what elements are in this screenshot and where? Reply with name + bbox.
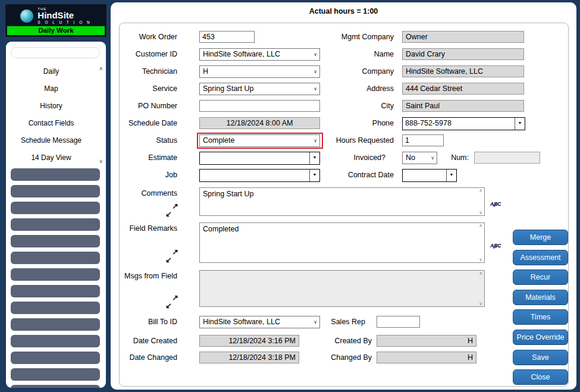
technician-value: H [203,67,208,76]
dropdown-arrow-icon[interactable]: ▼ [515,118,525,130]
field-remarks-spellcheck-icon[interactable]: ABC ✔ [490,239,506,251]
daily-work-banner: Daily Work [7,26,105,35]
app-window: THE HindSite S O L U T I O N Daily Work … [0,0,580,392]
field-remarks-text: Completed [200,223,484,233]
scroll-down-icon[interactable]: ∨ [99,158,103,164]
arrow-sw-icon: ↙ [165,255,172,264]
save-button[interactable]: Save [513,350,568,365]
arrow-sw-icon: ↙ [165,301,172,310]
scroll-down-icon[interactable]: ∨ [479,301,482,306]
scroll-up-icon[interactable]: ∧ [99,65,103,71]
field-remarks-expand-icon[interactable]: ↗ ↙ [165,249,178,262]
bill-to-id-select[interactable]: HindSite Software, LLC ∨ [199,316,320,328]
bill-to-id-label: Bill To ID [114,316,177,328]
name-field: David Crary [402,48,524,60]
customer-id-select[interactable]: HindSite Software, LLC ∨ [199,48,320,61]
mgmt-company-label: Mgmt Company [328,31,394,43]
materials-button[interactable]: Materials [513,290,568,305]
sidebar-item-14-day-view[interactable]: 14 Day View [6,149,96,167]
estimate-label: Estimate [114,152,177,164]
comments-expand-icon[interactable]: ↗ ↙ [165,203,178,217]
msgs-from-field-label: Msgs from Field [114,270,177,283]
sidebar-disabled-item [11,352,100,364]
address-label: Address [328,83,394,95]
service-select[interactable]: Spring Start Up ∨ [199,83,320,95]
scroll-up-icon[interactable]: ∧ [479,188,482,193]
sidebar-disabled-item [11,335,100,347]
close-button[interactable]: Close [513,369,568,385]
work-order-input[interactable] [199,31,255,43]
comments-text: Spring Start Up [200,188,484,198]
price-override-button[interactable]: Price Override [513,330,568,345]
sidebar-item-map[interactable]: Map [6,80,96,98]
merge-button[interactable]: Merge [513,230,568,245]
scroll-up-icon[interactable]: ∧ [479,223,482,228]
technician-select[interactable]: H ∨ [199,65,320,78]
sidebar-item-contact-fields[interactable]: Contact Fields [6,115,96,132]
scroll-down-icon[interactable]: ∨ [479,210,482,215]
arrow-ne-icon: ↗ [172,247,178,256]
sidebar-disabled-item [11,368,100,381]
sidebar: Daily Map History Contact Fields Schedul… [6,42,106,388]
field-remarks-textarea[interactable]: Completed ∧ ∨ [199,222,485,263]
schedule-date-field: 12/18/2024 8:00 AM [199,117,320,129]
sidebar-item-history[interactable]: History [6,98,96,115]
hours-requested-input[interactable] [402,134,444,146]
dropdown-arrow-icon[interactable]: ▼ [309,170,319,181]
sidebar-disabled-item [11,385,100,388]
recur-button[interactable]: Recur [513,269,568,285]
scroll-down-icon[interactable]: ∨ [479,257,482,262]
chevron-down-icon: ∨ [313,317,317,327]
schedule-date-label: Schedule Date [114,117,177,130]
po-number-input[interactable] [199,100,320,112]
date-changed-label: Date Changed [114,352,177,364]
num-field [474,152,540,164]
assessment-button[interactable]: Assessment [513,250,568,265]
sidebar-selected-pill[interactable] [11,47,100,58]
sidebar-disabled-item [11,252,100,264]
name-label: Name [328,48,394,61]
check-icon: ✔ [492,200,499,209]
invoiced-select[interactable]: No ∨ [402,152,437,164]
check-icon: ✔ [492,242,499,251]
chevron-down-icon: ∨ [313,67,317,77]
chevron-down-icon: ∨ [313,49,317,59]
date-created-field: 12/18/2024 3:16 PM [199,335,299,347]
created-by-field: H [377,335,476,347]
phone-label: Phone [328,117,394,130]
sidebar-item-daily[interactable]: Daily [6,63,96,80]
hindsite-logo-box: THE HindSite S O L U T I O N Daily Work [5,4,107,37]
city-label: City [328,100,394,112]
city-field: Saint Paul [402,100,524,112]
scroll-up-icon[interactable]: ∧ [479,271,482,276]
chevron-down-icon: ∨ [313,136,317,146]
work-order-label: Work Order [114,31,177,43]
sales-rep-input[interactable] [377,316,420,328]
date-created-label: Date Created [114,335,177,347]
sidebar-disabled-item [11,285,100,297]
customer-id-value: HindSite Software, LLC [203,50,280,58]
dropdown-arrow-icon[interactable]: ▼ [309,152,319,164]
address-field: 444 Cedar Street [402,83,524,95]
service-label: Service [114,83,177,95]
created-by-label: Created By [309,335,372,347]
dropdown-arrow-icon[interactable]: ▼ [446,170,456,181]
phone-combo[interactable]: 888-752-5978 ▼ [402,117,525,130]
estimate-combo[interactable]: ▼ [199,152,320,165]
invoiced-label: Invoiced? [328,152,385,164]
company-label: Company [328,65,394,78]
status-select[interactable]: Complete ∨ [199,134,320,147]
msgs-expand-icon[interactable]: ↗ ↙ [165,295,178,308]
comments-textarea[interactable]: Spring Start Up ∧ ∨ [199,187,485,216]
sidebar-item-schedule-message[interactable]: Schedule Message [6,132,96,149]
company-field: HindSite Software, LLC [402,65,524,77]
comments-spellcheck-icon[interactable]: ABC ✔ [490,197,506,209]
contract-date-combo[interactable]: ▼ [402,169,457,182]
times-button[interactable]: Times [513,309,568,325]
sidebar-disabled-item [11,202,100,214]
job-combo[interactable]: ▼ [199,169,320,182]
job-label: Job [114,169,177,181]
chevron-down-icon: ∨ [431,153,434,163]
field-remarks-label: Field Remarks [114,222,177,235]
date-changed-field: 12/18/2024 3:18 PM [199,352,299,363]
